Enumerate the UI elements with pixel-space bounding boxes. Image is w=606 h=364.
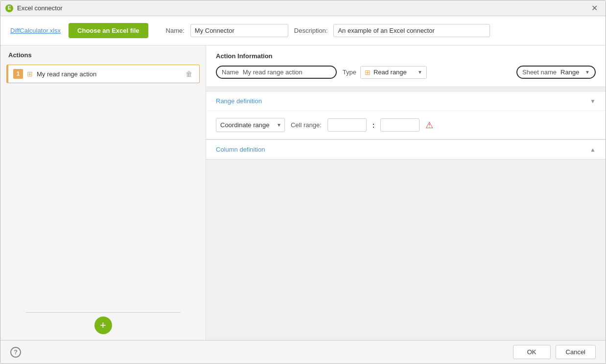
range-definition-header[interactable]: Range definition ▼ — [206, 91, 606, 111]
range-definition-title: Range definition — [216, 97, 262, 105]
coordinate-range-wrapper: Coordinate range Named range ▼ — [216, 118, 285, 132]
action-item[interactable]: 1 ⊞ My read range action 🗑 — [6, 65, 200, 83]
close-button[interactable]: ✕ — [588, 2, 601, 14]
sheet-name-select[interactable]: Range Sheet1 Sheet2 — [560, 68, 581, 76]
action-info-row: Name Type ⊞ Read range Write range Read … — [216, 66, 596, 79]
type-select[interactable]: Read range Write range Read cell Write c… — [373, 68, 415, 76]
sheet-chevron-icon: ▼ — [585, 69, 590, 75]
left-panel: Actions 1 ⊞ My read range action 🗑 + — [0, 46, 206, 340]
bottom-buttons: OK Cancel — [513, 345, 596, 359]
title-bar: E Excel connector ✕ — [0, 0, 606, 16]
coord-chevron-icon: ▼ — [274, 122, 284, 128]
column-definition-title: Column definition — [216, 146, 265, 153]
action-name-group: Name — [216, 66, 337, 79]
choose-file-button[interactable]: Choose an Excel file — [69, 23, 148, 38]
action-type-group: Type ⊞ Read range Write range Read cell … — [343, 66, 427, 79]
action-type-label: Type — [343, 68, 356, 76]
add-action-button[interactable]: + — [94, 317, 112, 334]
right-panel: Action Information Name Type ⊞ Read ra — [206, 46, 606, 340]
column-definition-section: Column definition ▲ — [206, 139, 606, 159]
excel-connector-window: E Excel connector ✕ DiffCalculator.xlsx … — [0, 0, 606, 364]
add-action-area: + — [0, 306, 206, 340]
action-item-name: My read range action — [37, 70, 180, 78]
app-icon: E — [5, 4, 13, 12]
connector-fields: Name: Description: — [166, 24, 596, 37]
action-delete-button[interactable]: 🗑 — [184, 69, 194, 79]
sheet-name-group: Sheet name Range Sheet1 Sheet2 ▼ — [516, 66, 596, 79]
type-icon: ⊞ — [365, 68, 371, 76]
action-info-title: Action Information — [216, 52, 596, 60]
cancel-button[interactable]: Cancel — [556, 345, 596, 359]
help-button[interactable]: ? — [10, 347, 21, 358]
column-collapse-icon: ▲ — [590, 146, 596, 153]
ok-button[interactable]: OK — [513, 345, 551, 359]
file-link[interactable]: DiffCalculator.xlsx — [10, 27, 61, 34]
connector-description-input[interactable] — [333, 24, 490, 37]
coordinate-range-select[interactable]: Coordinate range Named range — [216, 118, 274, 132]
cell-range-from-input[interactable] — [327, 118, 367, 132]
column-definition-header[interactable]: Column definition ▲ — [206, 139, 606, 159]
top-bar: DiffCalculator.xlsx Choose an Excel file… — [0, 16, 606, 46]
title-bar-left: E Excel connector — [5, 4, 63, 12]
name-label: Name: — [166, 27, 185, 34]
action-number: 1 — [13, 69, 23, 79]
validation-error-icon: ⚠ — [425, 120, 433, 131]
action-name-label: Name — [222, 68, 239, 76]
cell-range-to-input[interactable] — [380, 118, 420, 132]
action-list: 1 ⊞ My read range action 🗑 — [0, 63, 206, 306]
main-content: Actions 1 ⊞ My read range action 🗑 + Act… — [0, 46, 606, 340]
cell-range-separator: : — [373, 121, 375, 129]
type-chevron-icon: ▼ — [418, 69, 422, 75]
action-info-section: Action Information Name Type ⊞ Read ra — [206, 46, 606, 87]
bottom-bar: ? OK Cancel — [0, 340, 606, 364]
action-name-input[interactable] — [243, 68, 331, 76]
range-definition-section: Range definition ▼ Coordinate range Name… — [206, 91, 606, 139]
action-type-icon: ⊞ — [27, 70, 33, 78]
window-title: Excel connector — [17, 4, 63, 12]
type-select-wrapper: ⊞ Read range Write range Read cell Write… — [360, 66, 427, 79]
range-collapse-icon: ▼ — [590, 98, 596, 105]
divider — [26, 312, 181, 313]
cell-range-label: Cell range: — [291, 121, 322, 129]
range-body: Coordinate range Named range ▼ Cell rang… — [206, 111, 606, 139]
actions-header: Actions — [0, 46, 206, 63]
description-label: Description: — [294, 27, 328, 34]
connector-name-input[interactable] — [190, 24, 288, 37]
sheet-name-label: Sheet name — [522, 68, 557, 76]
